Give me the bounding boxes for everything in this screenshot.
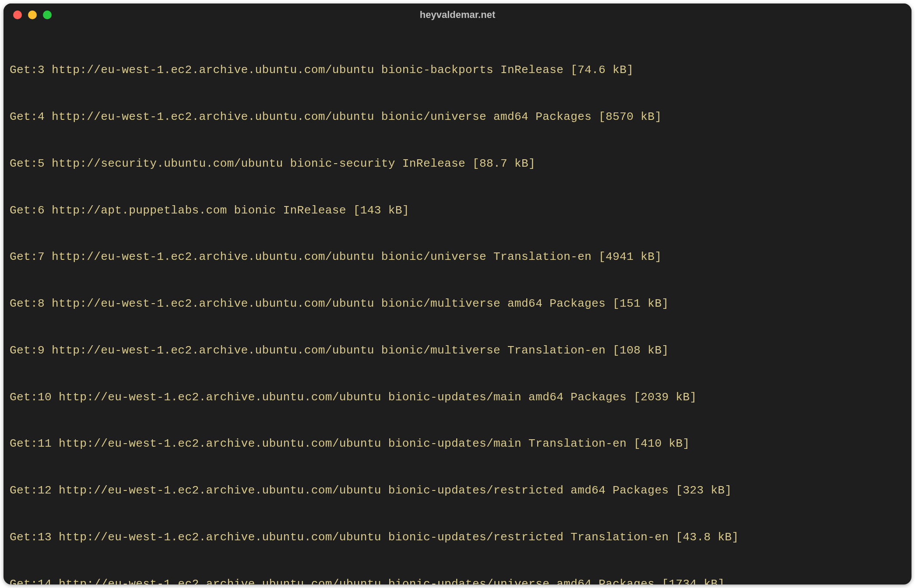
output-line: Get:6 http://apt.puppetlabs.com bionic I… — [10, 203, 905, 219]
minimize-icon[interactable] — [28, 10, 37, 19]
window-title: heyvaldemar.net — [4, 9, 911, 21]
terminal-window: heyvaldemar.net Get:3 http://eu-west-1.e… — [4, 4, 911, 584]
output-line: Get:14 http://eu-west-1.ec2.archive.ubun… — [10, 577, 905, 584]
output-line: Get:4 http://eu-west-1.ec2.archive.ubunt… — [10, 109, 905, 125]
traffic-lights — [13, 10, 52, 19]
output-line: Get:13 http://eu-west-1.ec2.archive.ubun… — [10, 530, 905, 546]
output-line: Get:8 http://eu-west-1.ec2.archive.ubunt… — [10, 296, 905, 312]
output-line: Get:12 http://eu-west-1.ec2.archive.ubun… — [10, 483, 905, 499]
output-line: Get:11 http://eu-west-1.ec2.archive.ubun… — [10, 436, 905, 452]
output-line: Get:9 http://eu-west-1.ec2.archive.ubunt… — [10, 343, 905, 359]
output-line: Get:10 http://eu-west-1.ec2.archive.ubun… — [10, 390, 905, 406]
terminal-output[interactable]: Get:3 http://eu-west-1.ec2.archive.ubunt… — [4, 26, 911, 584]
titlebar: heyvaldemar.net — [4, 4, 911, 26]
close-icon[interactable] — [13, 10, 22, 19]
maximize-icon[interactable] — [43, 10, 52, 19]
output-line: Get:3 http://eu-west-1.ec2.archive.ubunt… — [10, 63, 905, 78]
output-line: Get:5 http://security.ubuntu.com/ubuntu … — [10, 156, 905, 172]
output-line: Get:7 http://eu-west-1.ec2.archive.ubunt… — [10, 249, 905, 265]
